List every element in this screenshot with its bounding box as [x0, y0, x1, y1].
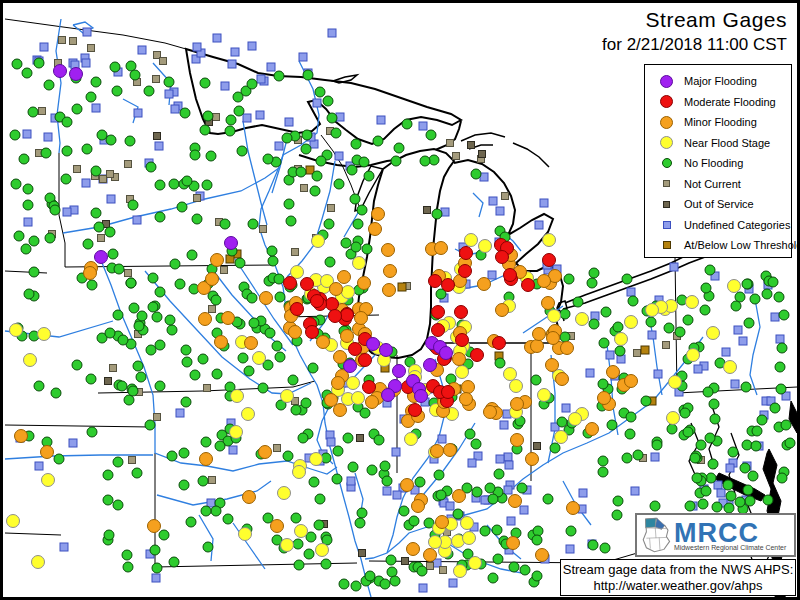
gage-point-near[interactable]: [353, 257, 366, 270]
gage-point-none[interactable]: [409, 516, 419, 526]
gage-point-none[interactable]: [748, 471, 758, 481]
gage-point-none[interactable]: [332, 474, 342, 484]
gage-point-none[interactable]: [181, 345, 191, 355]
gage-point-none[interactable]: [348, 462, 358, 472]
gage-point-near[interactable]: [707, 327, 720, 340]
gage-point-near[interactable]: [42, 474, 55, 487]
gage-point-undefined[interactable]: [566, 545, 574, 553]
gage-point-undefined[interactable]: [313, 99, 321, 107]
gage-point-none[interactable]: [164, 77, 174, 87]
gage-point-none[interactable]: [312, 171, 322, 181]
gage-point-none[interactable]: [380, 461, 390, 471]
gage-point-minor[interactable]: [222, 312, 235, 325]
gage-point-none[interactable]: [692, 473, 702, 483]
gage-point-none[interactable]: [709, 399, 719, 409]
gage-point-none[interactable]: [750, 294, 760, 304]
gage-point-none[interactable]: [198, 476, 208, 486]
gage-point-not_current[interactable]: [70, 38, 77, 45]
gage-point-none[interactable]: [22, 68, 32, 78]
gage-point-minor[interactable]: [289, 326, 302, 339]
gage-point-none[interactable]: [206, 151, 216, 161]
gage-point-none[interactable]: [417, 566, 427, 576]
gage-point-none[interactable]: [91, 166, 101, 176]
gage-point-none[interactable]: [211, 295, 221, 305]
gage-point-not_current[interactable]: [213, 114, 220, 121]
gage-point-none[interactable]: [712, 502, 722, 512]
gage-point-minor[interactable]: [598, 392, 611, 405]
gage-point-none[interactable]: [10, 130, 20, 140]
gage-point-none[interactable]: [367, 465, 377, 475]
gage-point-undefined[interactable]: [228, 60, 236, 68]
gage-point-none[interactable]: [432, 209, 442, 219]
gage-point-undefined[interactable]: [496, 207, 504, 215]
gage-point-undefined[interactable]: [231, 48, 239, 56]
gage-point-none[interactable]: [155, 180, 165, 190]
gage-point-moderate[interactable]: [543, 254, 556, 267]
gage-point-none[interactable]: [108, 249, 118, 259]
gage-point-none[interactable]: [105, 328, 115, 338]
gage-point-not_current[interactable]: [447, 140, 454, 147]
gage-point-none[interactable]: [247, 293, 257, 303]
gage-point-none[interactable]: [495, 358, 505, 368]
gage-point-out_of_service[interactable]: [424, 207, 431, 214]
gage-point-none[interactable]: [267, 246, 277, 256]
gage-point-none[interactable]: [740, 463, 750, 473]
gage-point-none[interactable]: [763, 495, 773, 505]
gage-point-minor[interactable]: [84, 267, 97, 280]
gage-point-undefined[interactable]: [267, 63, 275, 71]
gage-point-near[interactable]: [686, 296, 699, 309]
gage-point-not_current[interactable]: [634, 350, 641, 357]
gage-point-none[interactable]: [598, 379, 608, 389]
gage-point-none[interactable]: [87, 427, 97, 437]
gage-point-minor[interactable]: [243, 491, 256, 504]
gage-point-none[interactable]: [743, 485, 753, 495]
gage-point-minor[interactable]: [536, 549, 549, 562]
gage-point-none[interactable]: [675, 327, 685, 337]
gage-point-near[interactable]: [479, 240, 492, 253]
gage-point-none[interactable]: [550, 443, 560, 453]
gage-point-near[interactable]: [465, 234, 478, 247]
gage-point-undefined[interactable]: [734, 326, 742, 334]
gage-point-none[interactable]: [589, 268, 599, 278]
gage-point-none[interactable]: [220, 219, 230, 229]
gage-point-undefined[interactable]: [694, 365, 702, 373]
gage-point-minor[interactable]: [607, 366, 620, 379]
gage-point-low_threshold[interactable]: [641, 346, 649, 354]
gage-point-near[interactable]: [669, 376, 682, 389]
gage-point-none[interactable]: [275, 292, 285, 302]
gage-point-out_of_service[interactable]: [402, 558, 409, 565]
gage-point-none[interactable]: [83, 239, 93, 249]
gage-point-none[interactable]: [180, 108, 190, 118]
gage-point-none[interactable]: [169, 179, 179, 189]
gage-point-none[interactable]: [263, 154, 273, 164]
gage-point-none[interactable]: [325, 257, 335, 267]
gage-point-undefined[interactable]: [627, 288, 635, 296]
gage-point-none[interactable]: [622, 274, 632, 284]
gage-point-none[interactable]: [82, 144, 92, 154]
gage-point-undefined[interactable]: [579, 489, 587, 497]
gage-point-minor[interactable]: [334, 404, 347, 417]
gage-point-none[interactable]: [186, 517, 196, 527]
gage-point-minor[interactable]: [407, 543, 420, 556]
gage-point-none[interactable]: [471, 439, 481, 449]
gage-point-minor[interactable]: [325, 394, 338, 407]
gage-point-near[interactable]: [687, 349, 700, 362]
gage-point-minor[interactable]: [260, 292, 273, 305]
gage-point-none[interactable]: [480, 526, 490, 536]
gage-point-none[interactable]: [622, 453, 632, 463]
gage-point-none[interactable]: [198, 354, 208, 364]
gage-point-none[interactable]: [159, 530, 169, 540]
gage-point-near[interactable]: [615, 333, 628, 346]
gage-point-minor[interactable]: [561, 342, 574, 355]
gage-point-near[interactable]: [667, 412, 680, 425]
gage-point-none[interactable]: [350, 194, 360, 204]
gage-point-none[interactable]: [365, 571, 375, 581]
gage-point-undefined[interactable]: [327, 438, 335, 446]
gage-point-none[interactable]: [190, 150, 200, 160]
gage-point-not_current[interactable]: [194, 195, 201, 202]
gage-point-not_current[interactable]: [154, 414, 161, 421]
gage-point-near[interactable]: [312, 235, 325, 248]
gage-point-none[interactable]: [169, 557, 179, 567]
gage-point-none[interactable]: [509, 562, 519, 572]
gage-point-none[interactable]: [667, 424, 677, 434]
